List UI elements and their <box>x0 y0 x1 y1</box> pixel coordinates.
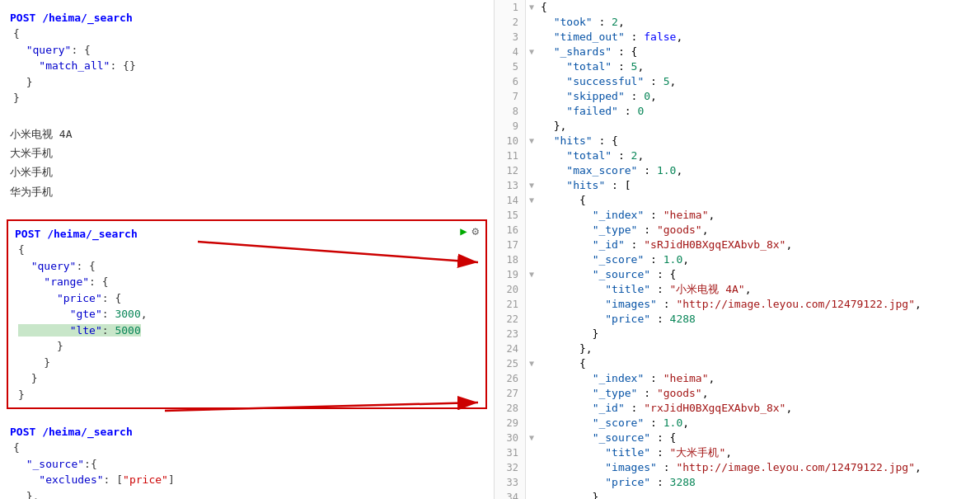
line-content: "images" : "http://image.leyou.com/12479… <box>537 297 921 312</box>
json-line: 20 "title" : "小米电视 4A", <box>495 282 980 297</box>
line-content: "hits" : { <box>537 134 618 148</box>
left-panel: POST /heima/_search { "query": { "match_… <box>0 0 495 499</box>
line-content: { <box>537 193 586 208</box>
line-number: 13 <box>495 178 526 193</box>
line-number: 10 <box>495 134 526 148</box>
line-number: 1 <box>495 0 526 15</box>
code-line: } <box>13 92 20 104</box>
json-line: 26 "_index" : "heima", <box>495 371 980 386</box>
fold-icon <box>526 74 537 89</box>
line-number: 5 <box>495 59 526 74</box>
json-line: 9 }, <box>495 119 980 134</box>
fold-icon <box>526 59 537 74</box>
icon-bar: ▶ ⚙ <box>460 224 479 238</box>
code-line: { <box>13 27 20 40</box>
json-line: 6 "successful" : 5, <box>495 74 980 89</box>
line-number: 27 <box>495 386 526 401</box>
line-content: "_index" : "heima", <box>537 208 715 223</box>
fold-icon[interactable]: ▼ <box>526 45 537 59</box>
line-content: "price" : 3288 <box>537 475 696 490</box>
fold-icon <box>526 89 537 104</box>
line-number: 26 <box>495 371 526 386</box>
section-1: POST /heima/_search { "query": { "match_… <box>0 7 494 110</box>
fold-icon <box>526 297 537 312</box>
section-2-highlighted: POST /heima/_search ▶ ⚙ { "query": { "ra… <box>7 219 487 409</box>
fold-icon[interactable]: ▼ <box>526 431 537 445</box>
line-content: "_index" : "heima", <box>537 371 715 386</box>
line-number: 6 <box>495 74 526 89</box>
http-line-3[interactable]: POST /heima/_search <box>10 424 487 440</box>
json-line: 27 "_type" : "goods", <box>495 386 980 401</box>
fold-icon[interactable]: ▼ <box>526 134 537 148</box>
line-number: 9 <box>495 119 526 134</box>
fold-icon[interactable]: ▼ <box>526 356 537 371</box>
json-line: 8 "failed" : 0 <box>495 104 980 119</box>
fold-icon <box>526 282 537 297</box>
fold-icon <box>526 416 537 431</box>
code-line: } <box>18 356 50 369</box>
line-content: }, <box>537 341 593 356</box>
line-number: 11 <box>495 148 526 163</box>
line-content: "timed_out" : false, <box>537 30 682 45</box>
code-line: } <box>18 340 63 352</box>
result-item-2: 大米手机 <box>10 144 484 162</box>
line-number: 34 <box>495 490 526 499</box>
fold-icon <box>526 445 537 460</box>
line-number: 25 <box>495 356 526 371</box>
json-line: 29 "_score" : 1.0, <box>495 416 980 431</box>
http-line-1[interactable]: POST /heima/_search <box>10 10 487 26</box>
line-content: "_id" : "sRJidH0BXgqEXAbvb_8x", <box>537 238 792 252</box>
line-content: "successful" : 5, <box>537 74 676 89</box>
line-content: "images" : "http://image.leyou.com/12479… <box>537 460 921 475</box>
line-number: 17 <box>495 238 526 252</box>
fold-icon[interactable]: ▼ <box>526 178 537 193</box>
code-block-2: { "query": { "range": { "price": { "gte"… <box>15 242 479 402</box>
fold-icon <box>526 148 537 163</box>
line-number: 29 <box>495 416 526 431</box>
json-line: 13▼ "hits" : [ <box>495 178 980 193</box>
line-content: "max_score" : 1.0, <box>537 163 682 178</box>
right-panel: 1▼{2 "took" : 2,3 "timed_out" : false,4▼… <box>495 0 980 499</box>
line-content: "title" : "大米手机", <box>537 445 732 460</box>
json-line: 34 } <box>495 490 980 499</box>
json-line: 24 }, <box>495 341 980 356</box>
line-number: 18 <box>495 252 526 267</box>
fold-icon <box>526 312 537 327</box>
json-line: 31 "title" : "大米手机", <box>495 445 980 460</box>
fold-icon <box>526 341 537 356</box>
fold-icon[interactable]: ▼ <box>526 267 537 282</box>
line-content: "_type" : "goods", <box>537 386 709 401</box>
json-line: 17 "_id" : "sRJidH0BXgqEXAbvb_8x", <box>495 238 980 252</box>
line-number: 7 <box>495 89 526 104</box>
play-icon[interactable]: ▶ <box>460 224 467 238</box>
code-line: "query": { <box>13 44 91 56</box>
json-line: 19▼ "_source" : { <box>495 267 980 282</box>
code-line: } <box>13 76 32 88</box>
fold-icon <box>526 460 537 475</box>
json-line: 32 "images" : "http://image.leyou.com/12… <box>495 460 980 475</box>
results-list: 小米电视 4A 大米手机 小米手机 华为手机 <box>0 118 494 209</box>
code-line: { <box>18 243 25 256</box>
line-content: "failed" : 0 <box>537 104 644 119</box>
line-content: "_source" : { <box>537 431 676 445</box>
http-line-2[interactable]: POST /heima/_search <box>15 226 479 242</box>
json-line: 2 "took" : 2, <box>495 15 980 30</box>
fold-icon <box>526 119 537 134</box>
code-line: "excludes": ["price"] <box>13 473 175 486</box>
result-item-3: 小米手机 <box>10 162 484 181</box>
json-line: 15 "_index" : "heima", <box>495 208 980 223</box>
json-line: 3 "timed_out" : false, <box>495 30 980 45</box>
gear-icon[interactable]: ⚙ <box>472 224 479 238</box>
json-line: 10▼ "hits" : { <box>495 134 980 148</box>
line-content: } <box>537 490 598 499</box>
line-number: 23 <box>495 327 526 341</box>
fold-icon[interactable]: ▼ <box>526 193 537 208</box>
fold-icon <box>526 386 537 401</box>
fold-icon <box>526 252 537 267</box>
fold-icon[interactable]: ▼ <box>526 0 537 15</box>
line-number: 31 <box>495 445 526 460</box>
code-line: }, <box>13 490 39 499</box>
section-3: POST /heima/_search { "_source":{ "exclu… <box>0 421 494 499</box>
line-content: "_score" : 1.0, <box>537 416 689 431</box>
fold-icon <box>526 223 537 238</box>
